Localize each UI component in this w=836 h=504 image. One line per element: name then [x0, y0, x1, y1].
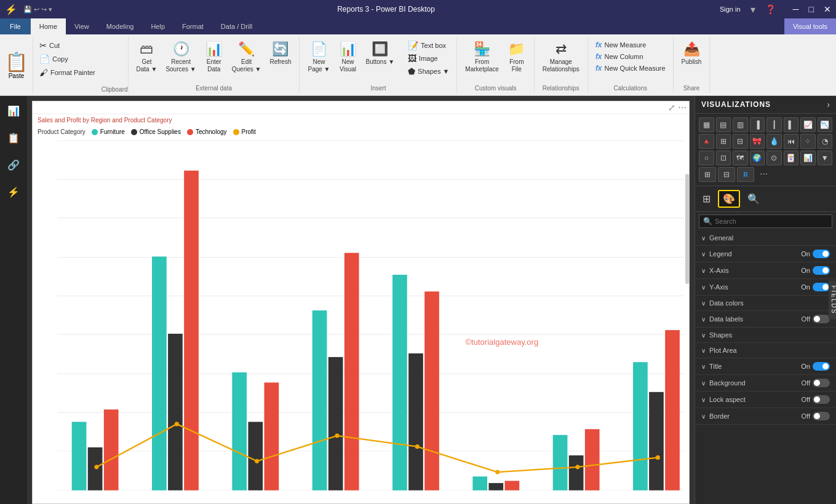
edit-queries-button[interactable]: ✏️ EditQueries ▼ — [229, 39, 265, 75]
tab-data-drill[interactable]: Data / Drill — [212, 18, 261, 34]
tab-visual-tools[interactable]: Visual tools — [784, 18, 836, 34]
from-marketplace-button[interactable]: 🏪 FromMarketplace — [462, 39, 501, 75]
viz-stacked-bar[interactable]: ▦ — [699, 117, 714, 132]
fields-btn[interactable]: ⊞ — [699, 191, 714, 207]
viz-ribbon[interactable]: 🎀 — [750, 134, 765, 149]
svg-rect-20 — [72, 422, 87, 490]
viz-stacked-col[interactable]: ▐ — [750, 117, 765, 132]
manage-relationships-button[interactable]: ⇄ ManageRelationships — [539, 39, 583, 75]
viz-line-stacked[interactable]: ⊞ — [716, 134, 731, 149]
image-button[interactable]: 🖼 Image — [405, 52, 452, 65]
tab-format[interactable]: Format — [173, 18, 212, 34]
copy-button[interactable]: 📄 Copy — [37, 53, 98, 65]
enter-data-button[interactable]: 📊 EnterData — [202, 39, 226, 75]
viz-line-clustered[interactable]: ⊟ — [733, 134, 748, 149]
tab-home[interactable]: Home — [31, 18, 66, 34]
viz-collapse-arrow[interactable]: › — [827, 100, 830, 109]
data-labels-toggle-switch[interactable] — [813, 315, 830, 323]
section-general-header[interactable]: ∨ General — [695, 230, 836, 245]
viz-slicer[interactable]: ▼ — [818, 151, 833, 165]
cut-button[interactable]: ✂ Cut — [37, 39, 98, 52]
new-page-button[interactable]: 📄 NewPage ▼ — [305, 39, 333, 75]
close-btn[interactable]: ✕ — [824, 4, 831, 14]
legend-toggle-switch[interactable] — [813, 250, 830, 258]
new-column-button[interactable]: fx New Column — [593, 51, 668, 62]
more-options-icon[interactable]: ⋯ — [678, 103, 687, 112]
section-plot-area-header[interactable]: ∨ Plot Area — [695, 343, 836, 358]
viz-100-col[interactable]: ▌ — [784, 117, 799, 132]
new-quick-measure-button[interactable]: fx New Quick Measure — [593, 63, 668, 74]
section-legend-header[interactable]: ∨ Legend On — [695, 246, 836, 262]
section-shapes-header[interactable]: ∨ Shapes — [695, 328, 836, 342]
viz-more[interactable]: ··· — [756, 167, 771, 182]
tab-file[interactable]: File — [0, 18, 31, 34]
chart-container: 1.8M 1.6M 1.4M 1.2M 1.0M 0.8M 0.6M 0.4M … — [33, 138, 689, 503]
section-data-colors-header[interactable]: ∨ Data colors — [695, 296, 836, 310]
viz-treemap[interactable]: ⊡ — [716, 151, 731, 165]
new-visual-button[interactable]: 📊 NewVisual — [336, 39, 360, 75]
tab-modeling[interactable]: Modeling — [98, 18, 143, 34]
viz-funnel[interactable]: ⏮ — [784, 134, 799, 149]
section-lock-aspect-header[interactable]: ∨ Lock aspect Off — [695, 392, 836, 408]
border-toggle-switch[interactable] — [813, 412, 830, 420]
recent-sources-button[interactable]: 🕐 RecentSources ▼ — [162, 39, 199, 75]
section-border-header[interactable]: ∨ Border Off — [695, 408, 836, 424]
viz-matrix[interactable]: ⊟ — [718, 167, 735, 182]
expand-icon[interactable]: ⤢ — [668, 103, 675, 112]
maximize-btn[interactable]: □ — [809, 4, 814, 14]
minimize-btn[interactable]: ─ — [793, 4, 799, 14]
title-toggle-switch[interactable] — [813, 362, 830, 371]
fields-tab[interactable]: FIELDS — [829, 280, 836, 319]
viz-line[interactable]: 📈 — [800, 117, 816, 132]
viz-clustered-bar[interactable]: ▤ — [716, 117, 731, 132]
viz-card[interactable]: 🃏 — [784, 151, 799, 165]
from-file-button[interactable]: 📁 FromFile — [504, 39, 529, 75]
viz-r-visual[interactable]: R — [737, 167, 754, 182]
x-axis-toggle-switch[interactable] — [813, 266, 830, 275]
viz-filled-map[interactable]: 🌍 — [750, 151, 765, 165]
tab-view[interactable]: View — [66, 18, 98, 34]
left-icon-report[interactable]: 📊 — [4, 101, 23, 120]
viz-map[interactable]: 🗺 — [733, 151, 748, 165]
viz-clustered-col[interactable]: ┃ — [766, 117, 782, 132]
refresh-button[interactable]: 🔄 Refresh — [266, 39, 294, 68]
section-data-colors: ∨ Data colors — [695, 296, 836, 311]
search-input[interactable] — [715, 218, 828, 225]
buttons-button[interactable]: 🔲 Buttons ▼ — [363, 39, 398, 68]
lock-aspect-toggle-switch[interactable] — [813, 395, 830, 404]
viz-table[interactable]: ⊞ — [699, 167, 716, 182]
viz-waterfall[interactable]: 💧 — [766, 134, 782, 149]
svg-rect-27 — [248, 422, 263, 490]
sign-in-link[interactable]: Sign in — [720, 6, 741, 13]
viz-donut[interactable]: ○ — [699, 151, 714, 165]
viz-100-bar[interactable]: ▥ — [733, 117, 748, 132]
viz-gauge[interactable]: ⊙ — [766, 151, 782, 165]
left-icon-dax[interactable]: ⚡ — [4, 182, 23, 202]
section-data-labels-header[interactable]: ∨ Data labels Off — [695, 311, 836, 327]
section-x-axis-chevron: ∨ — [701, 267, 706, 274]
analytics-btn[interactable]: 🔍 — [744, 191, 763, 207]
section-x-axis-header[interactable]: ∨ X-Axis On — [695, 262, 836, 278]
shapes-button[interactable]: ⬟ Shapes ▼ — [405, 65, 452, 77]
y-axis-toggle-switch[interactable] — [813, 283, 830, 291]
publish-button[interactable]: 📤 Publish — [679, 39, 705, 68]
paste-button[interactable]: 📋 Paste — [0, 37, 33, 93]
viz-stacked-area[interactable]: 🔺 — [699, 134, 714, 149]
format-btn[interactable]: 🎨 — [718, 190, 740, 208]
tab-help[interactable]: Help — [142, 18, 173, 34]
viz-area[interactable]: 📉 — [818, 117, 833, 132]
section-title-header[interactable]: ∨ Title On — [695, 358, 836, 374]
viz-pie[interactable]: ◔ — [818, 134, 833, 149]
background-toggle-switch[interactable] — [813, 379, 830, 387]
textbox-button[interactable]: 📝 Text box — [405, 39, 452, 52]
left-icon-data[interactable]: 📋 — [4, 128, 23, 148]
viz-scatter[interactable]: ⁘ — [800, 134, 816, 149]
format-painter-button[interactable]: 🖌 Format Painter — [37, 66, 98, 79]
get-data-button[interactable]: 🗃 GetData ▼ — [133, 39, 161, 75]
section-background-header[interactable]: ∨ Background Off — [695, 375, 836, 391]
viz-kpi[interactable]: 📊 — [800, 151, 816, 165]
left-icon-model[interactable]: 🔗 — [4, 155, 23, 175]
scroll-indicator[interactable] — [685, 174, 689, 283]
new-measure-button[interactable]: fx New Measure — [593, 39, 668, 50]
section-y-axis-header[interactable]: ∨ Y-Axis On — [695, 279, 836, 295]
